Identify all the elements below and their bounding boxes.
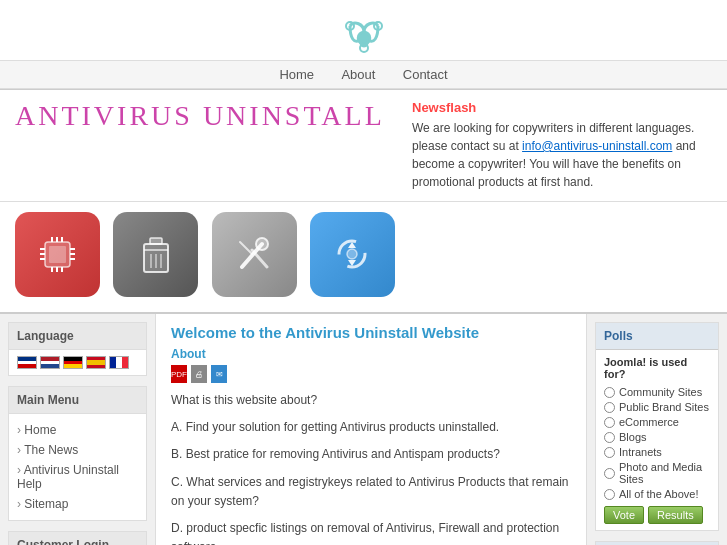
icon-trash[interactable] [113,212,198,297]
flag-es[interactable] [86,356,106,369]
newsflash-email[interactable]: info@antivirus-uninstall.com [522,139,672,153]
svg-rect-5 [49,246,66,263]
menu-item-news[interactable]: The News [17,440,138,460]
poll-option-3[interactable]: Blogs [604,431,710,443]
poll-option-label-2: eCommerce [619,416,679,428]
radio-2[interactable] [604,417,615,428]
vote-button[interactable]: Vote [604,506,644,524]
site-logo [0,10,727,60]
title-area: AntiVirus Uninstall Newsflash We are loo… [0,90,727,202]
polls-body: Joomla! is used for? Community Sites Pub… [596,350,718,530]
poll-option-label-4: Intranets [619,446,662,458]
pdf-icon[interactable]: PDF [171,365,187,383]
nav-home[interactable]: Home [279,67,314,82]
newsflash-contact: please contact su at [412,139,519,153]
login-title: Customer Login [9,532,146,545]
newsflash: Newsflash We are looking for copywriters… [402,100,712,191]
radio-0[interactable] [604,387,615,398]
svg-point-29 [347,249,357,259]
poll-option-label-5: Photo and Media Sites [619,461,710,485]
poll-option-4[interactable]: Intranets [604,446,710,458]
flag-de[interactable] [63,356,83,369]
newsflash-title: Newsflash [412,100,712,115]
flag-icons [17,356,138,369]
poll-option-label-1: Public Brand Sites [619,401,709,413]
site-title: AntiVirus Uninstall [15,100,402,132]
radio-4[interactable] [604,447,615,458]
poll-option-2[interactable]: eCommerce [604,416,710,428]
right-sidebar: Polls Joomla! is used for? Community Sit… [587,314,727,545]
svg-line-26 [252,250,267,267]
svg-point-25 [256,238,268,250]
results-button[interactable]: Results [648,506,703,524]
polls-section: Polls Joomla! is used for? Community Sit… [595,322,719,531]
language-section: Language [8,322,147,376]
doc-icons: PDF 🖨 ✉ [171,365,571,383]
svg-line-27 [240,242,252,254]
print-icon[interactable]: 🖨 [191,365,207,383]
flag-nl[interactable] [40,356,60,369]
menu-item-help[interactable]: Antivirus Uninstall Help [17,460,138,494]
language-title: Language [9,323,146,350]
poll-option-label-0: Community Sites [619,386,702,398]
poll-option-1[interactable]: Public Brand Sites [604,401,710,413]
poll-option-label-6: All of the Above! [619,488,699,500]
main-menu-section: Main Menu Home The News Antivirus Uninst… [8,386,147,521]
language-body [9,350,146,375]
flag-gb[interactable] [17,356,37,369]
newsflash-line1: We are looking for copywriters in differ… [412,119,712,137]
menu-item-home[interactable]: Home [17,420,138,440]
main-menu-title: Main Menu [9,387,146,414]
para-c: C. What services and registrykeys relate… [171,473,571,511]
nav-contact[interactable]: Contact [403,67,448,82]
poll-question: Joomla! is used for? [604,356,710,380]
poll-option-6[interactable]: All of the Above! [604,488,710,500]
menu-item-sitemap[interactable]: Sitemap [17,494,138,514]
icon-sync[interactable] [310,212,395,297]
para-b: B. Best pratice for removing Antivirus a… [171,445,571,464]
what-title: What is this website about? [171,391,571,410]
login-section: Customer Login Username Password [8,531,147,545]
icons-bar [0,202,727,314]
poll-buttons: Vote Results [604,506,710,524]
main-nav: Home About Contact [0,60,727,89]
poll-option-5[interactable]: Photo and Media Sites [604,461,710,485]
radio-6[interactable] [604,489,615,500]
radio-5[interactable] [604,468,615,479]
main-content: Welcome to the Antivirus Uninstall Websi… [155,314,587,545]
poll-option-0[interactable]: Community Sites [604,386,710,398]
polls-title: Polls [596,323,718,350]
poll-option-label-3: Blogs [619,431,647,443]
radio-1[interactable] [604,402,615,413]
para-a: A. Find your solution for getting Antivi… [171,418,571,437]
flag-fr[interactable] [109,356,129,369]
nav-about[interactable]: About [341,67,375,82]
about-heading: About [171,347,571,361]
who-online-section: Who's Online We have 2 guests online [595,541,719,545]
radio-3[interactable] [604,432,615,443]
content-title: Welcome to the Antivirus Uninstall Websi… [171,324,571,341]
main-menu-body: Home The News Antivirus Uninstall Help S… [9,414,146,520]
para-d: D. product specfic listings on removal o… [171,519,571,545]
icon-tools[interactable] [212,212,297,297]
email-doc-icon[interactable]: ✉ [211,365,227,383]
newsflash-line2: please contact su at info@antivirus-unin… [412,137,712,191]
icon-chip[interactable] [15,212,100,297]
svg-rect-20 [150,238,162,244]
left-sidebar: Language Main Menu Home The News [0,314,155,545]
